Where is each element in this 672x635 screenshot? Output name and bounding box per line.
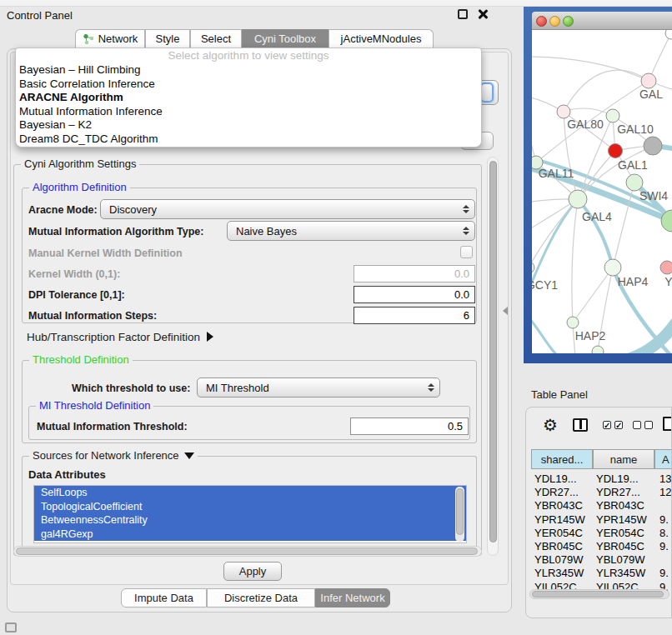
node-label: GCY1 xyxy=(532,278,558,292)
attributes-list-scrollbar[interactable] xyxy=(455,487,464,542)
settings-horizontal-scrollbar[interactable] xyxy=(13,546,482,557)
table-cell[interactable]: YBR045C xyxy=(596,540,644,552)
table-cell[interactable]: YBR043C xyxy=(596,499,644,512)
network-node[interactable] xyxy=(569,190,587,208)
network-node[interactable] xyxy=(557,105,570,118)
unchecked-box-icon[interactable] xyxy=(633,421,641,429)
unchecked-box-icon[interactable] xyxy=(644,421,653,429)
table-cell[interactable]: YPR145W xyxy=(534,513,585,526)
table-cell[interactable]: YER054C xyxy=(534,527,583,539)
table-cell[interactable]: 13 xyxy=(659,472,671,485)
document-icon[interactable] xyxy=(663,417,672,431)
mi-steps-input[interactable]: 6 xyxy=(354,307,475,324)
tab-impute-data[interactable]: Impute Data xyxy=(121,588,207,608)
combo-spinner-icon xyxy=(458,227,474,235)
control-panel-title: Control Panel xyxy=(7,9,73,22)
table-cell[interactable]: 9. xyxy=(659,540,669,552)
tab-network[interactable]: Network xyxy=(75,29,145,48)
network-window-titlebar[interactable] xyxy=(532,12,672,30)
tab-select[interactable]: Select xyxy=(190,29,242,48)
zoom-traffic-light[interactable] xyxy=(563,16,574,27)
tab-style[interactable]: Style xyxy=(145,29,190,48)
close-traffic-light[interactable] xyxy=(536,16,547,27)
table-cell[interactable]: YLR345W xyxy=(596,567,645,579)
network-node[interactable] xyxy=(532,262,534,273)
tab-jactivemnodules[interactable]: jActiveMNodules xyxy=(328,29,434,48)
table-cell[interactable]: YBL079W xyxy=(534,553,584,566)
dpi-tolerance-input[interactable]: 0.0 xyxy=(354,286,475,303)
data-attribute-item[interactable]: BetweennessCentrality xyxy=(34,513,466,528)
tab-cyni-toolbox[interactable]: Cyni Toolbox xyxy=(242,29,328,48)
float-panel-icon[interactable] xyxy=(458,9,468,19)
table-cell[interactable]: YPR145W xyxy=(596,513,647,526)
settings-vertical-scrollbar[interactable] xyxy=(487,157,499,556)
panel-collapse-handle[interactable] xyxy=(503,307,508,315)
table-cell[interactable]: YLR345W xyxy=(534,567,584,579)
network-node[interactable] xyxy=(641,73,656,88)
network-canvas[interactable]: GALGAL80GAL10GAL1GAL11SWI4GAL4GCY1HAP4YH… xyxy=(532,30,672,353)
data-attribute-item[interactable]: TopologicalCoefficient xyxy=(34,500,466,514)
network-edge[interactable] xyxy=(532,57,649,81)
mi-threshold-input[interactable]: 0.5 xyxy=(350,418,469,435)
column-header-shared-name[interactable]: shared... xyxy=(531,449,593,469)
network-node[interactable] xyxy=(604,259,621,276)
algorithm-options-list: Bayesian – Hill ClimbingBasic Correlatio… xyxy=(16,63,481,146)
table-cell[interactable]: 8. xyxy=(659,527,669,539)
table-cell[interactable]: YBR043C xyxy=(534,499,583,512)
network-node[interactable] xyxy=(644,137,662,155)
table-cell[interactable]: 9. xyxy=(659,567,669,579)
network-node[interactable] xyxy=(665,30,672,39)
algorithm-option[interactable]: Mutual Information Inference xyxy=(16,105,481,119)
table-cell[interactable]: YDL19... xyxy=(534,472,577,485)
network-node[interactable] xyxy=(606,109,619,122)
data-attributes-list[interactable]: SelfLoopsTopologicalCoefficientBetweenne… xyxy=(33,485,467,543)
network-node[interactable] xyxy=(660,261,672,274)
table-cell[interactable]: YBL079W xyxy=(596,553,645,566)
hub-definition-expander[interactable]: Hub/Transcription Factor Definition xyxy=(27,331,213,343)
checked-box-icon[interactable]: ✓ xyxy=(603,421,611,429)
network-edge[interactable] xyxy=(564,70,649,112)
algorithm-option[interactable]: ARACNE Algorithm xyxy=(16,91,481,105)
algorithm-option[interactable]: Bayesian – Hill Climbing xyxy=(16,63,481,78)
network-node[interactable] xyxy=(567,317,579,328)
table-cell[interactable]: 12 xyxy=(659,486,671,498)
data-attribute-item[interactable]: gal4RGexp xyxy=(34,528,466,542)
sources-title-row[interactable]: Sources for Network Inference xyxy=(29,449,198,462)
table-cell[interactable]: YER054C xyxy=(596,527,644,539)
algorithm-option[interactable]: Dream8 DC_TDC Algorithm xyxy=(16,132,481,147)
table-cell[interactable]: YBR045C xyxy=(534,540,583,552)
table-cell[interactable]: YDR27... xyxy=(534,486,579,498)
checked-box-icon[interactable]: ✓ xyxy=(614,421,623,429)
column-header-clipped[interactable]: A xyxy=(654,449,672,469)
network-node[interactable] xyxy=(609,144,623,158)
network-edge[interactable] xyxy=(572,199,578,322)
minimized-panel-icon[interactable] xyxy=(5,622,17,632)
manual-kernel-checkbox[interactable] xyxy=(460,246,473,258)
algorithm-option[interactable]: Basic Correlation Inference xyxy=(16,78,481,92)
apply-button[interactable]: Apply xyxy=(223,562,282,581)
gear-icon[interactable]: ⚙ xyxy=(543,415,558,435)
table-horizontal-scrollbar[interactable] xyxy=(529,589,669,599)
mi-algorithm-type-combo[interactable]: Naive Bayes xyxy=(227,221,475,241)
tab-infer-network[interactable]: Infer Network xyxy=(315,588,390,608)
column-header-name[interactable]: name xyxy=(593,449,654,469)
table-cell[interactable]: YDR27... xyxy=(596,486,640,498)
kernel-width-input[interactable]: 0.0 xyxy=(354,265,475,282)
node-label: GAL1 xyxy=(618,158,648,172)
cyni-settings-title: Cyni Algorithm Settings xyxy=(21,158,139,170)
table-cell[interactable]: YDL19... xyxy=(596,472,639,485)
data-attribute-item[interactable]: SelfLoops xyxy=(34,486,466,500)
which-threshold-label: Which threshold to use: xyxy=(72,382,190,394)
minimize-traffic-light[interactable] xyxy=(549,16,560,27)
network-edge[interactable] xyxy=(532,313,561,353)
network-node[interactable] xyxy=(626,174,643,191)
network-node[interactable] xyxy=(592,346,604,353)
close-panel-icon[interactable] xyxy=(477,8,489,20)
table-cell[interactable]: 9. xyxy=(659,513,669,526)
mi-threshold-group-title: MI Threshold Definition xyxy=(36,399,153,412)
algorithm-option[interactable]: Bayesian – K2 xyxy=(16,118,481,132)
which-threshold-combo[interactable]: MI Threshold xyxy=(197,378,440,398)
split-columns-icon[interactable] xyxy=(573,418,588,432)
aracne-mode-combo[interactable]: Discovery xyxy=(100,199,475,219)
tab-discretize-data[interactable]: Discretize Data xyxy=(207,588,315,608)
